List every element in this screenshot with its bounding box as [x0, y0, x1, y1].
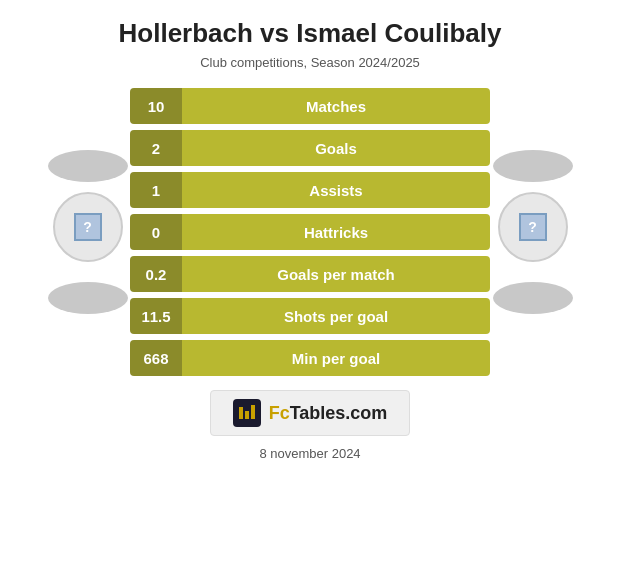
- main-area: ? 10Matches2Goals1Assists0Hattricks0.2Go…: [10, 88, 610, 376]
- stat-label-4: Goals per match: [182, 256, 490, 292]
- stat-value-4: 0.2: [130, 256, 182, 292]
- stat-label-3: Hattricks: [182, 214, 490, 250]
- stat-value-6: 668: [130, 340, 182, 376]
- right-ellipse-top: [493, 150, 573, 182]
- stat-value-5: 11.5: [130, 298, 182, 334]
- stat-label-1: Goals: [182, 130, 490, 166]
- logo-fc: Fc: [269, 403, 290, 423]
- stat-label-0: Matches: [182, 88, 490, 124]
- avatar-left: ?: [45, 150, 130, 314]
- stat-row: 0Hattricks: [130, 214, 490, 250]
- right-avatar-circle: ?: [498, 192, 568, 262]
- stat-label-2: Assists: [182, 172, 490, 208]
- stat-value-0: 10: [130, 88, 182, 124]
- logo-text: FcTables.com: [269, 403, 388, 424]
- logo-tables: Tables.com: [290, 403, 388, 423]
- stat-row: 668Min per goal: [130, 340, 490, 376]
- stat-row: 11.5Shots per goal: [130, 298, 490, 334]
- stat-row: 1Assists: [130, 172, 490, 208]
- stat-value-1: 2: [130, 130, 182, 166]
- right-ellipse-bottom: [493, 282, 573, 314]
- stat-value-3: 0: [130, 214, 182, 250]
- avatar-right: ?: [490, 150, 575, 314]
- stat-row: 0.2Goals per match: [130, 256, 490, 292]
- left-ellipse-top: [48, 150, 128, 182]
- svg-rect-2: [245, 411, 249, 419]
- stat-label-5: Shots per goal: [182, 298, 490, 334]
- stat-row: 10Matches: [130, 88, 490, 124]
- page-subtitle: Club competitions, Season 2024/2025: [200, 55, 420, 70]
- stats-area: 10Matches2Goals1Assists0Hattricks0.2Goal…: [130, 88, 490, 376]
- left-avatar-placeholder: ?: [74, 213, 102, 241]
- stat-label-6: Min per goal: [182, 340, 490, 376]
- left-ellipse-bottom: [48, 282, 128, 314]
- page-container: Hollerbach vs Ismael Coulibaly Club comp…: [0, 0, 620, 580]
- stat-row: 2Goals: [130, 130, 490, 166]
- svg-rect-1: [239, 407, 243, 419]
- page-title: Hollerbach vs Ismael Coulibaly: [119, 18, 502, 49]
- date-text: 8 november 2024: [259, 446, 360, 461]
- fctables-logo-icon: [233, 399, 261, 427]
- left-avatar-circle: ?: [53, 192, 123, 262]
- logo-area: FcTables.com: [210, 390, 411, 436]
- svg-rect-3: [251, 405, 255, 419]
- right-avatar-placeholder: ?: [519, 213, 547, 241]
- stat-value-2: 1: [130, 172, 182, 208]
